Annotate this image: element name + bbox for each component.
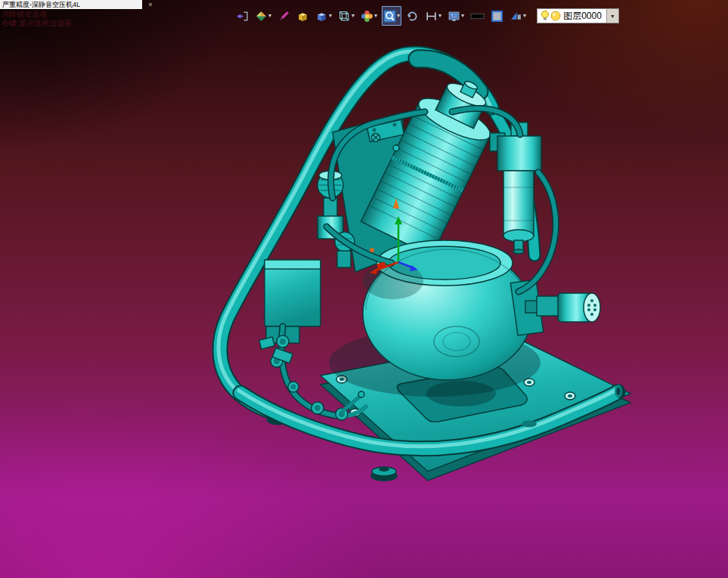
- layer-combo-dropdown[interactable]: ▾: [606, 9, 618, 23]
- render-palette-icon: [361, 10, 373, 23]
- app-window: 严重精度-深静音空压机4L × 消除锁定选项 右键:显示选择过滤器 ▾: [0, 0, 728, 578]
- refresh-button[interactable]: [404, 6, 420, 26]
- status-hints: 消除锁定选项 右键:显示选择过滤器: [2, 10, 72, 28]
- exit-button[interactable]: [234, 6, 250, 26]
- color-swatch-button[interactable]: [489, 6, 505, 26]
- dropdown-chevron[interactable]: ▾: [329, 13, 332, 19]
- layer-combo-value: 图层0000: [561, 9, 606, 23]
- layer-sphere-icon: [550, 11, 561, 21]
- wireframe-cube-icon: [338, 10, 351, 23]
- zoom-icon: [383, 10, 396, 23]
- render-palette-button[interactable]: ▾: [359, 6, 379, 26]
- dropdown-chevron[interactable]: ▾: [352, 13, 355, 19]
- measure-button[interactable]: ▾: [423, 6, 443, 26]
- visibility-icon: [510, 10, 522, 23]
- screen-grid-icon: [448, 10, 460, 23]
- dropdown-chevron[interactable]: ▾: [397, 13, 400, 19]
- visibility-button[interactable]: ▾: [508, 6, 528, 26]
- solid-box-button[interactable]: [295, 6, 311, 26]
- dropdown-chevron[interactable]: ▾: [523, 13, 526, 19]
- material-style-button[interactable]: ▾: [253, 6, 273, 26]
- close-icon[interactable]: ×: [146, 0, 155, 9]
- line-width-button[interactable]: [469, 6, 486, 26]
- line-width-icon: [470, 10, 485, 23]
- pen-button[interactable]: [276, 6, 292, 26]
- hint-line-2: 右键:显示选择过滤器: [2, 19, 72, 28]
- dropdown-chevron[interactable]: ▾: [374, 13, 377, 19]
- dropdown-chevron[interactable]: ▾: [461, 13, 464, 19]
- wireframe-cube-button[interactable]: ▾: [336, 6, 356, 26]
- solid-box-icon: [296, 10, 309, 23]
- measure-icon: [425, 10, 438, 23]
- document-tab[interactable]: 严重精度-深静音空压机4L: [0, 0, 142, 9]
- document-title: 严重精度-深静音空压机4L: [2, 1, 80, 8]
- blue-cube-icon: [315, 10, 328, 23]
- main-toolbar: ▾ ▾: [234, 6, 619, 26]
- color-swatch-icon: [491, 10, 503, 23]
- dropdown-chevron[interactable]: ▾: [438, 13, 441, 19]
- zoom-button[interactable]: ▾: [382, 6, 401, 26]
- exit-icon: [236, 10, 249, 23]
- viewport[interactable]: [0, 0, 728, 578]
- air-filter[interactable]: [490, 122, 541, 254]
- hint-line-1: 消除锁定选项: [2, 10, 72, 19]
- layer-combo[interactable]: 图层0000 ▾: [537, 8, 619, 23]
- pen-icon: [277, 10, 290, 23]
- material-style-icon: [255, 10, 268, 23]
- refresh-icon: [406, 10, 419, 23]
- regulator-assembly[interactable]: [265, 171, 355, 343]
- screen-grid-button[interactable]: ▾: [446, 6, 466, 26]
- chevron-down-icon: ▾: [611, 13, 614, 20]
- dropdown-chevron[interactable]: ▾: [268, 13, 271, 19]
- blue-cube-button[interactable]: ▾: [314, 6, 333, 26]
- light-bulb-icon: [540, 10, 550, 22]
